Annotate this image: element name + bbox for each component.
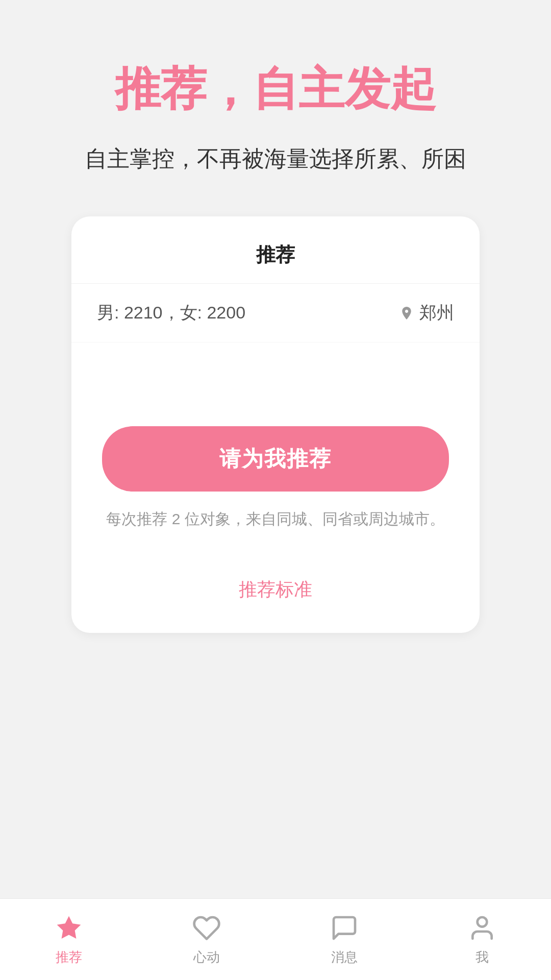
heart-icon	[191, 913, 222, 943]
bottom-nav: 推荐 心动 消息 我	[0, 898, 551, 980]
svg-point-1	[478, 917, 487, 927]
recommend-standard-link[interactable]: 推荐标准	[239, 577, 312, 602]
nav-item-like[interactable]: 心动	[138, 913, 276, 966]
hero-title: 推荐，自主发起	[115, 61, 436, 116]
svg-marker-0	[57, 916, 81, 939]
stats-location: 郑州	[399, 301, 454, 325]
nav-label-messages: 消息	[331, 948, 358, 966]
nav-item-recommend[interactable]: 推荐	[0, 913, 138, 966]
recommend-hint: 每次推荐 2 位对象，来自同城、同省或周边城市。	[106, 507, 444, 531]
card-stats: 男: 2210，女: 2200 郑州	[71, 284, 480, 342]
main-content: 推荐，自主发起 自主掌控，不再被海量选择所累、所困 推荐 男: 2210，女: …	[0, 0, 551, 898]
recommend-button[interactable]: 请为我推荐	[102, 426, 449, 492]
card-footer: 推荐标准	[71, 557, 480, 633]
recommend-card: 推荐 男: 2210，女: 2200 郑州 请为我推荐 每次推荐 2 位对象，来…	[71, 216, 480, 633]
stats-gender-count: 男: 2210，女: 2200	[97, 301, 245, 325]
card-header: 推荐	[71, 216, 480, 284]
nav-label-recommend: 推荐	[56, 948, 82, 966]
stats-city: 郑州	[419, 301, 454, 325]
nav-label-profile: 我	[475, 948, 489, 966]
profile-icon	[467, 913, 497, 943]
hero-subtitle: 自主掌控，不再被海量选择所累、所困	[85, 142, 466, 176]
nav-item-messages[interactable]: 消息	[276, 913, 413, 966]
card-body: 请为我推荐 每次推荐 2 位对象，来自同城、同省或周边城市。	[71, 342, 480, 557]
location-icon	[399, 305, 414, 321]
nav-item-profile[interactable]: 我	[413, 913, 551, 966]
message-icon	[329, 913, 360, 943]
star-icon	[54, 913, 84, 943]
nav-label-like: 心动	[193, 948, 220, 966]
